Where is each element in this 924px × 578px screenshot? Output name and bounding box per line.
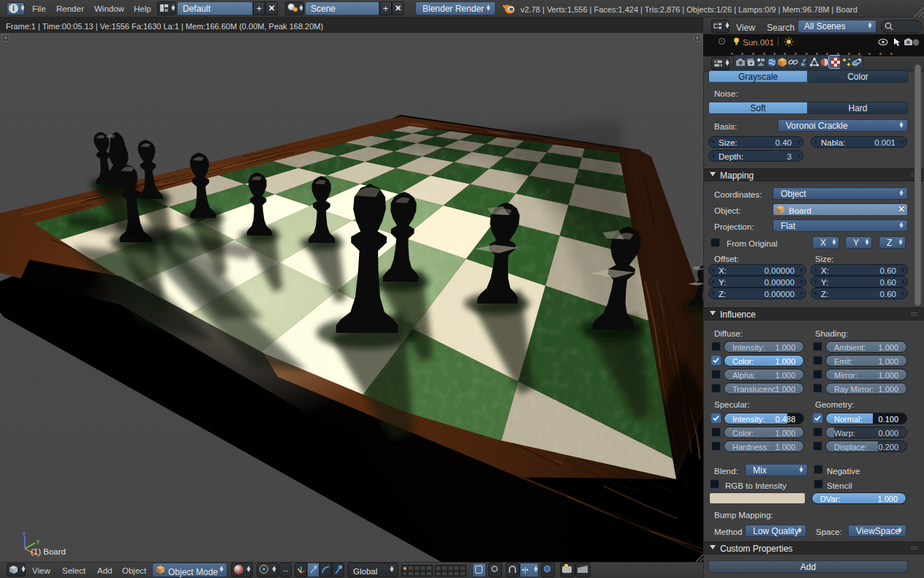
svg-text:z: z (23, 530, 26, 536)
svg-text:y: y (37, 538, 39, 544)
